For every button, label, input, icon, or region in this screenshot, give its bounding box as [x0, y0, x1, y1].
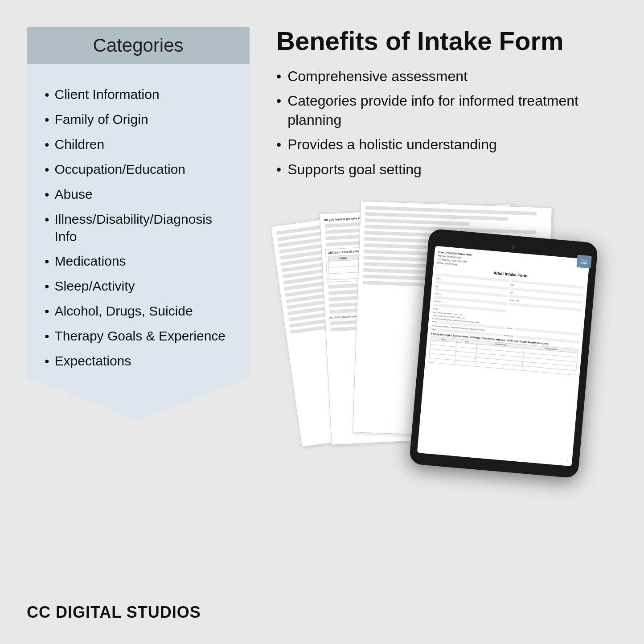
- benefit-item: Supports goal setting: [276, 157, 617, 182]
- category-item: Illness/Disability/Diagnosis Info: [45, 207, 232, 249]
- benefits-title: Benefits of Intake Form: [276, 27, 617, 55]
- benefit-item: Categories provide info for informed tre…: [276, 89, 617, 132]
- tablet-camera: [511, 245, 515, 249]
- categories-title: Categories: [93, 35, 183, 56]
- right-panel: Benefits of Intake Form Comprehensive as…: [276, 27, 617, 617]
- tablet-screen: Insert Provider Name Here Provider Stree…: [417, 246, 590, 466]
- tablet-logo: YourLogo: [576, 254, 590, 268]
- benefit-item: Provides a holistic understanding: [276, 132, 617, 157]
- tablet: Insert Provider Name Here Provider Stree…: [419, 235, 588, 472]
- benefits-section: Benefits of Intake Form Comprehensive as…: [276, 27, 617, 182]
- category-item: Abuse: [45, 182, 232, 207]
- benefit-item: Comprehensive assessment: [276, 64, 617, 89]
- benefits-list: Comprehensive assessmentCategories provi…: [276, 64, 617, 182]
- tablet-page-number: 1: [566, 459, 568, 462]
- category-item: Occupation/Education: [45, 157, 232, 182]
- doc-stack: Do you have a primary care physician? □ …: [285, 204, 597, 472]
- main-container: Categories Client InformationFamily of O…: [0, 0, 644, 644]
- category-item: Alcohol, Drugs, Suicide: [45, 299, 232, 324]
- tablet-outer: Insert Provider Name Here Provider Stree…: [409, 228, 599, 478]
- category-item: Medications: [45, 249, 232, 274]
- categories-header: Categories: [27, 27, 250, 64]
- category-item: Expectations: [45, 349, 232, 373]
- category-item: Client Information: [45, 82, 232, 107]
- categories-list: Client InformationFamily of OriginChildr…: [45, 82, 232, 373]
- categories-list-box: Client InformationFamily of OriginChildr…: [27, 64, 250, 421]
- category-item: Children: [45, 132, 232, 157]
- documents-area: Do you have a primary care physician? □ …: [276, 204, 617, 617]
- left-panel: Categories Client InformationFamily of O…: [27, 27, 250, 617]
- category-item: Family of Origin: [45, 107, 232, 132]
- tablet-family-table: Name Age Relationship Additional Info: [429, 336, 578, 375]
- brand-text: CC DIGITAL STUDIOS: [27, 603, 201, 622]
- category-item: Therapy Goals & Experience: [45, 324, 232, 349]
- category-item: Sleep/Activity: [45, 274, 232, 299]
